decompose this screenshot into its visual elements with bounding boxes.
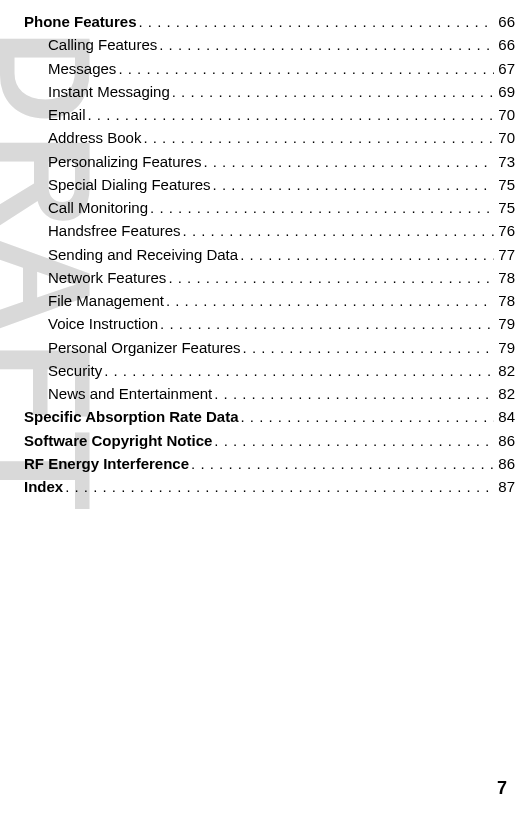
toc-entry-page: 70 (496, 103, 515, 126)
toc-entry-title: Messages (48, 57, 116, 80)
toc-entry-title: Special Dialing Features (48, 173, 211, 196)
toc-entry-page: 79 (496, 336, 515, 359)
toc-entry-title: News and Entertainment (48, 382, 212, 405)
toc-entry: Email70 (24, 103, 515, 126)
toc-entry-page: 67 (496, 57, 515, 80)
toc-entry: Special Dialing Features75 (24, 173, 515, 196)
page-number: 7 (497, 778, 507, 799)
toc-entry: File Management78 (24, 289, 515, 312)
toc-leader (160, 312, 494, 335)
toc-entry: Software Copyright Notice86 (24, 429, 515, 452)
toc-entry: News and Entertainment82 (24, 382, 515, 405)
toc-entry-page: 75 (496, 173, 515, 196)
toc-entry-title: Voice Instruction (48, 312, 158, 335)
toc-entry-title: Software Copyright Notice (24, 429, 212, 452)
toc-leader (65, 475, 494, 498)
toc-entry-title: Handsfree Features (48, 219, 181, 242)
toc-entry-page: 66 (496, 33, 515, 56)
toc-leader (213, 173, 495, 196)
toc-entry: Instant Messaging69 (24, 80, 515, 103)
toc-entry: Messages67 (24, 57, 515, 80)
toc-leader (214, 429, 494, 452)
toc-entry: Personalizing Features73 (24, 150, 515, 173)
toc-entry-page: 82 (496, 382, 515, 405)
toc-entry: Call Monitoring75 (24, 196, 515, 219)
toc-entry-page: 75 (496, 196, 515, 219)
toc-entry-title: Phone Features (24, 10, 137, 33)
toc-entry-page: 76 (496, 219, 515, 242)
toc-leader (168, 266, 494, 289)
toc-leader (104, 359, 494, 382)
toc-entry: Address Book70 (24, 126, 515, 149)
toc-entry-title: File Management (48, 289, 164, 312)
toc-entry-page: 78 (496, 289, 515, 312)
toc-leader (88, 103, 495, 126)
toc-leader (139, 10, 495, 33)
toc-entry: RF Energy Interference86 (24, 452, 515, 475)
toc-entry: Network Features78 (24, 266, 515, 289)
toc-entry: Index87 (24, 475, 515, 498)
toc-entry-page: 79 (496, 312, 515, 335)
toc-entry-title: Instant Messaging (48, 80, 170, 103)
toc-entry-page: 82 (496, 359, 515, 382)
toc-entry-title: Sending and Receiving Data (48, 243, 238, 266)
table-of-contents: Phone Features66Calling Features66Messag… (24, 10, 515, 498)
toc-entry: Personal Organizer Features79 (24, 336, 515, 359)
toc-leader (214, 382, 494, 405)
toc-leader (203, 150, 494, 173)
toc-entry-title: Email (48, 103, 86, 126)
toc-entry-page: 86 (496, 429, 515, 452)
toc-leader (159, 33, 494, 56)
toc-entry-page: 73 (496, 150, 515, 173)
toc-entry-page: 77 (496, 243, 515, 266)
toc-entry-title: Calling Features (48, 33, 157, 56)
toc-leader (191, 452, 494, 475)
toc-entry-title: Specific Absorption Rate Data (24, 405, 238, 428)
toc-entry-title: Address Book (48, 126, 141, 149)
toc-entry: Handsfree Features76 (24, 219, 515, 242)
toc-entry-page: 87 (496, 475, 515, 498)
toc-leader (240, 405, 494, 428)
toc-entry-page: 66 (496, 10, 515, 33)
toc-leader (183, 219, 495, 242)
toc-entry: Voice Instruction79 (24, 312, 515, 335)
toc-entry-title: RF Energy Interference (24, 452, 189, 475)
toc-entry-page: 86 (496, 452, 515, 475)
toc-entry-title: Network Features (48, 266, 166, 289)
toc-entry-title: Security (48, 359, 102, 382)
toc-leader (143, 126, 494, 149)
toc-leader (118, 57, 494, 80)
toc-entry-page: 69 (496, 80, 515, 103)
toc-entry-title: Personalizing Features (48, 150, 201, 173)
toc-leader (240, 243, 494, 266)
toc-leader (150, 196, 494, 219)
toc-entry-title: Index (24, 475, 63, 498)
toc-leader (166, 289, 494, 312)
toc-entry-title: Personal Organizer Features (48, 336, 241, 359)
toc-leader (172, 80, 495, 103)
toc-entry: Security82 (24, 359, 515, 382)
toc-entry-page: 84 (496, 405, 515, 428)
toc-entry: Sending and Receiving Data77 (24, 243, 515, 266)
toc-entry-page: 78 (496, 266, 515, 289)
toc-entry: Calling Features66 (24, 33, 515, 56)
toc-leader (243, 336, 495, 359)
toc-entry: Phone Features66 (24, 10, 515, 33)
toc-entry: Specific Absorption Rate Data84 (24, 405, 515, 428)
toc-entry-title: Call Monitoring (48, 196, 148, 219)
toc-entry-page: 70 (496, 126, 515, 149)
